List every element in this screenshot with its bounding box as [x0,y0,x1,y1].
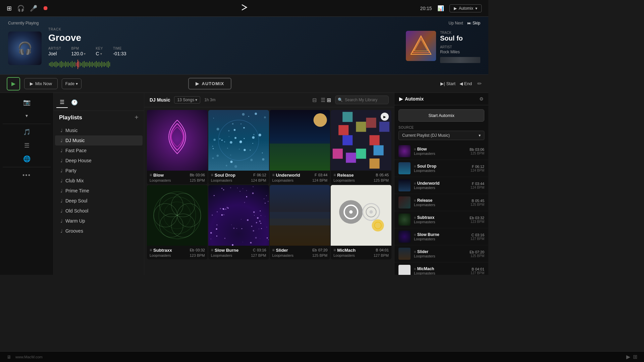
bpm-value[interactable]: 120.0 ▾ [71,51,86,56]
track-card-info: ≡ Blow Bb 03:06 Loopmasters 125 BPM [147,171,208,184]
sidebar-music-button[interactable]: 🎵 [0,125,53,139]
track-card[interactable]: ≡ Slider Eb 07:20 Loopmasters 125 BPM [270,185,330,259]
track-card[interactable]: ≡ Subtraxx Eb 03:32 Loopmasters 123 BPM [147,185,208,259]
track-card[interactable]: ≡ Slow Burne C 03:16 Loopmasters 127 BPM [208,185,269,259]
playlist-item-deep-soul[interactable]: ♩Deep Soul [55,196,143,206]
start-automix-button[interactable]: Start Automix [398,109,484,122]
fade-dropdown-button[interactable]: Fade ▾ [62,78,82,89]
playlist-item-dj-music[interactable]: ♩DJ Music [55,135,143,145]
headphones-icon[interactable]: 🎧 [17,5,24,12]
track-card[interactable]: ▶ ≡ Release B 05:45 Loopmasters 125 BPM [331,110,391,184]
svg-rect-4 [53,63,54,66]
track-duration: 05:45 [379,173,389,177]
queue-item[interactable]: ≡ Slider Loopmasters Eb 07:20 125 BPM [394,245,488,262]
svg-point-127 [223,189,224,190]
start-button[interactable]: ▶| Start [440,81,455,86]
automix-settings-button[interactable]: ⚙ [479,96,484,102]
transport-right: ▶| Start ◀ End ✏ [440,80,482,87]
svg-rect-42 [104,62,105,67]
sidebar-camera-button[interactable]: 📷 [0,96,53,109]
playlist-item-label: Prime Time [65,188,89,193]
key-value[interactable]: C ▾ [96,51,103,56]
current-playlist-name: DJ Music [150,97,170,103]
automix-main-button[interactable]: ▶ AUTOMIX [188,78,232,89]
queue-meta: Eb 03:32 123 BPM [470,216,484,224]
playlist-item-deep-house[interactable]: ♩Deep House [55,156,143,166]
end-button[interactable]: ◀ End [460,81,472,86]
queue-meta: Eb 07:20 125 BPM [470,250,484,258]
playlist-item-icon: ♩ [60,218,63,224]
track-waveform[interactable] [48,60,162,69]
playlist-item-old-school[interactable]: ♩Old School [55,206,143,216]
search-input[interactable] [335,96,389,104]
list-view-button[interactable]: ☰ [321,97,325,103]
svg-rect-12 [64,63,64,66]
svg-point-85 [234,137,236,139]
skip-icon: ⏭ [467,21,471,25]
svg-point-71 [244,138,245,139]
record-icon[interactable]: ⏺ [43,5,49,12]
queue-bpm: 125 BPM [471,203,484,206]
playlist-item-party[interactable]: ♩Party [55,166,143,176]
svg-rect-44 [107,62,107,67]
svg-rect-1 [49,63,50,66]
sidebar-more-button[interactable]: ••• [0,169,53,182]
sidebar-globe-button[interactable]: 🌐 [0,152,53,166]
source-dropdown-button[interactable]: Current Playlist (DJ Music) ▾ [398,131,484,140]
playlist-item-prime-time[interactable]: ♩Prime Time [55,186,143,196]
mix-now-button[interactable]: ▶ Mix Now [24,78,58,89]
filter-button[interactable]: ⊟ [312,97,317,103]
up-next-label: Up Next [448,21,463,25]
track-artist: Loopmasters [211,178,232,182]
svg-point-171 [266,195,267,196]
playlist-item-club-mix[interactable]: ♩Club Mix [55,176,143,186]
tab-history[interactable]: 🕐 [68,97,81,108]
queue-item[interactable]: ≡ Blow Loopmasters Bb 03:06 125 BPM [394,143,488,160]
main-content: 📷 ▾ 🎵 ☰ 🌐 ••• ☰ 🕐 Playlists + ♩Music♩DJ … [0,93,488,275]
queue-title: ≡ Release [414,198,467,203]
playlist-item-music[interactable]: ♩Music [55,125,143,135]
playlist-item-icon: ♩ [60,128,63,133]
svg-rect-41 [103,62,103,66]
playlist-item-warm-up[interactable]: ♩Warm Up [55,216,143,226]
track-card-meta: Loopmasters 127 BPM [211,253,266,257]
grid-icon[interactable]: ⊞ [7,5,12,12]
tab-playlists[interactable]: ☰ [56,97,68,108]
svg-point-76 [250,149,251,151]
edit-button[interactable]: ✏ [477,80,482,87]
svg-rect-28 [85,62,86,66]
songs-count-button[interactable]: 13 Songs ▾ [174,96,200,104]
play-button[interactable]: ▶ [7,77,20,90]
svg-rect-29 [87,62,87,67]
track-card[interactable]: ≡ MicMach B 04:01 Loopmasters 127 BPM [331,185,391,259]
sidebar-collapse-button[interactable]: ▾ [0,109,53,122]
time-label: TIME [113,47,126,50]
svg-point-161 [241,228,243,229]
svg-rect-8 [58,63,59,66]
now-playing-header: Currently Playing TRACK Groove ARTIST Jo… [0,17,488,75]
track-card[interactable]: ≡ Blow Bb 03:06 Loopmasters 125 BPM [147,110,208,184]
key-meta: KEY C ▾ [96,47,103,56]
automix-mode-button[interactable]: ▶ Automix ▾ [449,4,482,12]
track-card-art [208,185,269,246]
svg-point-53 [228,130,229,131]
svg-point-149 [232,244,233,245]
track-list-icon: ≡ [333,248,336,252]
queue-info: ≡ Soul Drop Loopmasters [414,164,467,173]
track-card[interactable]: ≡ Underworld F 03:44 Loopmasters 124 BPM [270,110,330,184]
queue-item[interactable]: ≡ MicMach Loopmasters B 04:01 127 BPM [394,262,488,275]
track-card[interactable]: ≡ Soul Drop F 06:12 Loopmasters 124 BPM [208,110,269,184]
grid-view-button[interactable]: ⊞ [327,97,331,103]
add-playlist-button[interactable]: + [135,114,139,121]
queue-item[interactable]: ≡ Release Loopmasters B 05:45 125 BPM [394,194,488,211]
queue-item[interactable]: ≡ Subtraxx Loopmasters Eb 03:32 123 BPM [394,211,488,228]
mic-icon[interactable]: 🎤 [30,5,37,12]
skip-button[interactable]: ⏭ Skip [467,21,480,25]
queue-item[interactable]: ≡ Soul Drop Loopmasters F 06:12 124 BPM [394,160,488,177]
queue-item[interactable]: ≡ Underworld Loopmasters F 03:44 124 BPM [394,177,488,194]
queue-item[interactable]: ≡ Slow Burne Loopmasters C 03:16 127 BPM [394,228,488,245]
playlist-item-fast-pace[interactable]: ♩Fast Pace [55,145,143,156]
playlist-item-grooves[interactable]: ♩Grooves [55,226,143,236]
svg-point-144 [237,188,238,188]
sidebar-list-button[interactable]: ☰ [0,139,53,152]
